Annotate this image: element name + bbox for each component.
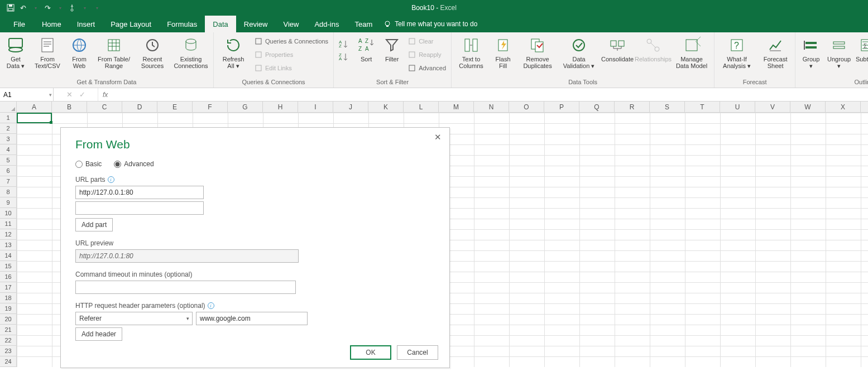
row-header[interactable]: 6 <box>0 166 17 176</box>
get-data-button[interactable]: GetData ▾ <box>2 34 29 78</box>
remove-duplicates-button[interactable]: RemoveDuplicates <box>517 34 558 78</box>
row-header[interactable]: 5 <box>0 155 17 166</box>
column-header[interactable]: V <box>755 102 790 112</box>
row-header[interactable]: 12 <box>0 229 17 240</box>
row-header[interactable]: 14 <box>0 250 17 261</box>
row-header[interactable]: 13 <box>0 240 17 250</box>
add-header-button[interactable]: Add header <box>75 327 122 341</box>
row-header[interactable]: 3 <box>0 134 17 144</box>
column-header[interactable]: G <box>228 102 263 112</box>
row-header[interactable]: 4 <box>0 144 17 155</box>
manage-data-model-button[interactable]: ManageData Model <box>672 34 712 78</box>
column-header[interactable]: X <box>826 102 861 112</box>
row-header[interactable]: 1 <box>0 113 17 123</box>
timeout-input[interactable] <box>75 281 296 294</box>
group-button[interactable]: Group▾ <box>798 34 824 78</box>
column-header[interactable]: L <box>404 102 439 112</box>
row-header[interactable]: 8 <box>0 187 17 197</box>
tab-data[interactable]: Data <box>205 16 236 32</box>
row-header[interactable]: 19 <box>0 303 17 314</box>
undo-dropdown-icon[interactable] <box>30 3 40 13</box>
text-to-columns-button[interactable]: Text toColumns <box>454 34 488 78</box>
row-header[interactable]: 18 <box>0 293 17 303</box>
formula-input[interactable] <box>108 88 868 101</box>
header-key-combo[interactable]: Referer ▾ <box>75 312 193 325</box>
sort-za-button[interactable]: AZ <box>336 50 351 63</box>
tab-page-layout[interactable]: Page Layout <box>103 16 159 32</box>
column-header[interactable]: W <box>790 102 826 112</box>
column-header[interactable]: U <box>720 102 755 112</box>
close-icon[interactable]: ✕ <box>431 131 445 143</box>
save-icon[interactable] <box>6 3 16 13</box>
column-header[interactable]: Q <box>579 102 615 112</box>
select-all-corner[interactable] <box>0 102 17 112</box>
tab-team[interactable]: Team <box>347 16 380 32</box>
from-text-csv-button[interactable]: FromText/CSV <box>30 34 65 78</box>
row-header[interactable]: 11 <box>0 219 17 229</box>
name-box[interactable]: A1 ▾ <box>0 88 54 101</box>
data-validation-button[interactable]: DataValidation ▾ <box>559 34 599 78</box>
flash-fill-button[interactable]: FlashFill <box>490 34 516 78</box>
row-header[interactable]: 17 <box>0 282 17 293</box>
column-header[interactable]: R <box>615 102 650 112</box>
consolidate-button[interactable]: Consolidate <box>600 34 635 78</box>
ungroup-button[interactable]: Ungroup▾ <box>826 34 852 78</box>
what-if-analysis-button[interactable]: ?What-IfAnalysis ▾ <box>717 34 757 78</box>
tell-me-search[interactable]: Tell me what you want to do <box>383 16 477 32</box>
column-header[interactable]: A <box>17 102 52 112</box>
advanced-button[interactable]: Advanced <box>405 62 449 74</box>
header-value-input[interactable] <box>196 312 308 325</box>
touch-dropdown-icon[interactable] <box>79 3 89 13</box>
filter-button[interactable]: Filter <box>380 34 404 78</box>
active-cell[interactable] <box>17 113 52 123</box>
tab-review[interactable]: Review <box>236 16 276 32</box>
enter-icon[interactable]: ✓ <box>79 90 85 99</box>
column-header[interactable]: H <box>263 102 298 112</box>
column-header[interactable]: M <box>439 102 474 112</box>
column-header[interactable]: N <box>474 102 509 112</box>
row-header[interactable]: 10 <box>0 208 17 219</box>
redo-icon[interactable]: ↷ <box>42 3 52 13</box>
url-part-input-1[interactable] <box>75 201 204 215</box>
existing-connections-button[interactable]: ExistingConnections <box>171 34 211 78</box>
row-header[interactable]: 21 <box>0 325 17 335</box>
chevron-down-icon[interactable]: ▾ <box>49 92 52 98</box>
row-header[interactable]: 24 <box>0 356 17 367</box>
cancel-icon[interactable]: ✕ <box>66 90 73 99</box>
column-header[interactable]: C <box>87 102 122 112</box>
column-header[interactable]: J <box>333 102 368 112</box>
ok-button[interactable]: OK <box>350 345 391 360</box>
tab-formulas[interactable]: Formulas <box>159 16 205 32</box>
row-header[interactable]: 23 <box>0 346 17 356</box>
undo-icon[interactable]: ↶ <box>18 3 28 13</box>
tab-insert[interactable]: Insert <box>69 16 103 32</box>
column-header[interactable]: E <box>157 102 193 112</box>
from-web-button[interactable]: FromWeb <box>66 34 93 78</box>
row-header[interactable]: 15 <box>0 261 17 272</box>
row-header[interactable]: 9 <box>0 197 17 208</box>
column-header[interactable]: K <box>368 102 404 112</box>
basic-radio[interactable]: Basic <box>75 160 102 168</box>
tab-view[interactable]: View <box>275 16 306 32</box>
queries-connections-button[interactable]: Queries & Connections <box>252 35 331 47</box>
redo-dropdown-icon[interactable] <box>55 3 65 13</box>
column-header[interactable]: T <box>685 102 720 112</box>
row-header[interactable]: 20 <box>0 314 17 325</box>
forecast-sheet-button[interactable]: ForecastSheet <box>758 34 793 78</box>
column-header[interactable]: B <box>52 102 87 112</box>
touch-mode-icon[interactable] <box>67 3 77 13</box>
column-header[interactable]: P <box>544 102 579 112</box>
info-icon[interactable]: i <box>108 176 114 183</box>
row-header[interactable]: 2 <box>0 123 17 134</box>
sort-az-button[interactable]: AZ <box>336 37 351 50</box>
recent-sources-button[interactable]: RecentSources <box>135 34 170 78</box>
row-header[interactable]: 7 <box>0 176 17 187</box>
info-icon[interactable]: i <box>208 302 214 309</box>
column-header[interactable]: O <box>509 102 544 112</box>
url-part-input-0[interactable] <box>75 186 204 199</box>
refresh-all-button[interactable]: RefreshAll ▾ <box>216 34 251 78</box>
subtotal-button[interactable]: ΣSubtotal <box>853 34 868 78</box>
fx-icon[interactable]: fx <box>98 88 108 101</box>
from-table-range-button[interactable]: From Table/Range <box>94 34 134 78</box>
tab-add-ins[interactable]: Add-ins <box>306 16 347 32</box>
